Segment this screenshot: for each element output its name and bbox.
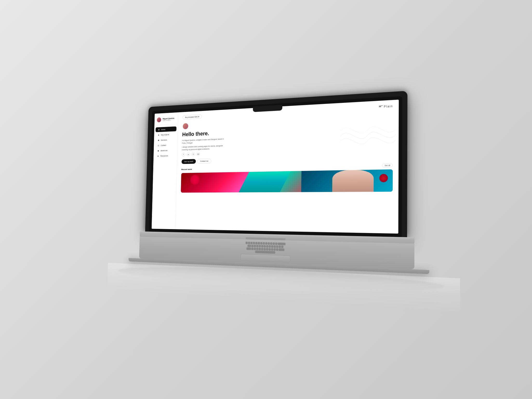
key[interactable] <box>256 248 258 250</box>
key[interactable] <box>279 245 281 248</box>
about-icon: ◉ <box>157 149 159 152</box>
avatar-image <box>157 117 161 122</box>
key[interactable] <box>261 245 263 247</box>
key-tab[interactable] <box>248 244 251 247</box>
user-info: Miguel Queirós Web Designer <box>163 117 174 122</box>
key[interactable] <box>248 242 250 244</box>
buy-template-button[interactable]: Buy template $39,99 <box>183 114 202 119</box>
contact-icon: ◎ <box>157 144 159 147</box>
sidebar-projects-label: My projects <box>161 133 169 136</box>
key[interactable] <box>271 245 273 247</box>
key[interactable] <box>268 242 270 244</box>
laptop-mockup: Miguel Queirós Web Designer ⊞ Home ◈ My … <box>107 88 460 314</box>
key[interactable] <box>258 242 260 244</box>
plain-line-1 <box>379 105 383 106</box>
key[interactable] <box>251 245 254 247</box>
key[interactable] <box>264 245 266 247</box>
key-caps[interactable] <box>247 247 251 250</box>
key[interactable] <box>269 248 271 250</box>
key[interactable] <box>264 248 266 250</box>
linkedin-icon[interactable]: in <box>187 152 190 156</box>
key[interactable] <box>255 242 257 244</box>
services-icon: ◉ <box>157 139 159 142</box>
sidebar-item-contact[interactable]: ◎ Contact <box>155 142 176 148</box>
key[interactable] <box>256 245 258 247</box>
plain-icon <box>379 105 383 108</box>
key[interactable] <box>266 245 268 247</box>
screen-content: Miguel Queirós Web Designer ⊞ Home ◈ My … <box>152 100 399 234</box>
recent-work-title: Recent work <box>181 168 192 171</box>
art-figure <box>332 170 374 192</box>
key[interactable] <box>251 248 254 250</box>
hero-description-2: I design websites and Landing pages for … <box>182 144 227 151</box>
key[interactable] <box>253 242 255 244</box>
screen-bezel: Miguel Queirós Web Designer ⊞ Home ◈ My … <box>149 96 402 237</box>
avatar <box>157 117 162 123</box>
see-my-work-button[interactable]: See my work <box>182 159 196 164</box>
user-role: Web Designer <box>163 119 174 122</box>
key[interactable] <box>276 248 278 250</box>
sidebar-item-home[interactable]: ⊞ Home <box>156 127 177 132</box>
hero-description-1: I'm Miguel Queirós, a Digital Creator an… <box>182 138 228 145</box>
key-enter[interactable] <box>279 248 284 251</box>
instagram-icon[interactable]: ◎ <box>191 152 195 156</box>
key[interactable] <box>263 242 265 244</box>
projects-icon: ◈ <box>157 134 159 136</box>
hero-avatar <box>182 123 189 130</box>
sidebar-home-label: Home <box>161 128 165 131</box>
sidebar: Miguel Queirós Web Designer ⊞ Home ◈ My … <box>152 112 178 229</box>
key[interactable] <box>274 248 276 250</box>
work-thumbnail[interactable] <box>181 169 393 193</box>
keyboard-row-3 <box>247 247 284 251</box>
sidebar-item-about[interactable]: ◉ About me <box>155 148 176 153</box>
app-layout: Miguel Queirós Web Designer ⊞ Home ◈ My … <box>152 100 399 234</box>
contact-me-button[interactable]: Contact me <box>197 159 211 164</box>
key[interactable] <box>273 242 275 244</box>
sidebar-item-resources[interactable]: ◈ Resources <box>155 153 176 158</box>
plain-logo: Plain <box>379 105 393 109</box>
key[interactable] <box>271 248 273 250</box>
key[interactable] <box>259 248 261 250</box>
sidebar-item-services[interactable]: ◉ Services <box>155 137 176 143</box>
keyboard-row-2 <box>248 244 283 248</box>
sidebar-about-label: About me <box>161 149 168 152</box>
key[interactable] <box>274 245 276 247</box>
trackpad[interactable] <box>241 254 290 262</box>
wave-decoration <box>340 118 396 152</box>
twitter-icon[interactable]: 𝕏 <box>182 152 185 156</box>
home-icon: ⊞ <box>158 128 160 131</box>
key[interactable] <box>275 242 277 244</box>
hero-section: Hello there. I'm Miguel Queirós, a Digit… <box>182 112 393 164</box>
main-content: Buy template $39,99 Plain <box>176 100 399 234</box>
key[interactable] <box>276 245 278 247</box>
key-backspace[interactable] <box>278 242 285 245</box>
plain-line-2 <box>379 106 381 107</box>
key[interactable] <box>246 242 248 244</box>
sidebar-contact-label: Contact <box>161 144 166 146</box>
plain-logo-text: Plain <box>384 105 393 108</box>
keyboard-row-1 <box>246 242 285 245</box>
key[interactable] <box>254 245 256 247</box>
thumbnail-background <box>181 169 393 193</box>
key[interactable] <box>265 242 267 244</box>
key[interactable] <box>261 248 263 250</box>
behance-icon[interactable]: Bē <box>196 152 200 156</box>
key[interactable] <box>270 242 272 244</box>
user-profile: Miguel Queirós Web Designer <box>154 115 178 125</box>
key[interactable] <box>260 242 262 244</box>
key[interactable] <box>266 248 268 250</box>
sidebar-services-label: Services <box>161 139 167 141</box>
key[interactable] <box>259 245 261 247</box>
screen-shell: Miguel Queirós Web Designer ⊞ Home ◈ My … <box>145 91 408 237</box>
sidebar-resources-label: Resources <box>160 155 168 157</box>
resources-icon: ◈ <box>157 155 159 157</box>
recent-work-section: Recent work See all <box>181 164 393 193</box>
key-spacebar[interactable] <box>255 250 275 253</box>
key[interactable] <box>254 248 256 250</box>
keyboard-row-4 <box>255 250 275 253</box>
key[interactable] <box>281 245 283 248</box>
key[interactable] <box>250 242 252 244</box>
sidebar-item-projects[interactable]: ◈ My projects <box>155 132 176 137</box>
key[interactable] <box>269 245 271 247</box>
see-all-button[interactable]: See all <box>382 164 393 168</box>
